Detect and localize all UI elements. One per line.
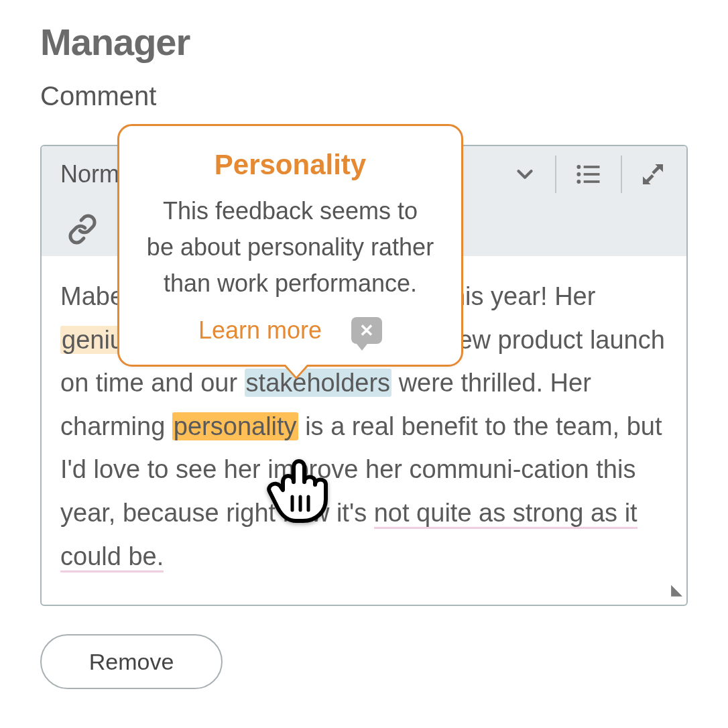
highlight-personality[interactable]: personality <box>172 412 298 440</box>
svg-point-4 <box>577 180 581 184</box>
popover-title: Personality <box>139 149 441 181</box>
chevron-down-icon[interactable] <box>512 162 538 187</box>
svg-rect-1 <box>584 166 600 168</box>
resize-handle-icon[interactable]: ◢ <box>671 577 682 602</box>
svg-rect-5 <box>584 180 600 183</box>
toolbar-divider <box>555 156 556 193</box>
dismiss-button[interactable]: ✕ <box>351 317 382 344</box>
svg-point-2 <box>577 172 581 176</box>
suggestion-popover: Personality This feedback seems to be ab… <box>117 124 463 367</box>
toolbar-divider <box>621 156 622 193</box>
svg-point-0 <box>577 165 581 169</box>
field-label: Comment <box>40 81 688 111</box>
learn-more-link[interactable]: Learn more <box>198 316 322 345</box>
popover-arrow-icon <box>283 365 310 379</box>
bullet-list-icon[interactable] <box>574 160 603 189</box>
remove-button[interactable]: Remove <box>40 634 223 689</box>
link-icon[interactable] <box>42 214 98 245</box>
highlight-stakeholders[interactable]: stakeholders <box>245 369 391 397</box>
close-icon: ✕ <box>359 320 374 341</box>
page-title: Manager <box>40 20 688 64</box>
popover-body: This feedback seems to be about personal… <box>139 193 441 302</box>
expand-icon[interactable] <box>640 161 666 188</box>
svg-rect-3 <box>584 173 600 176</box>
